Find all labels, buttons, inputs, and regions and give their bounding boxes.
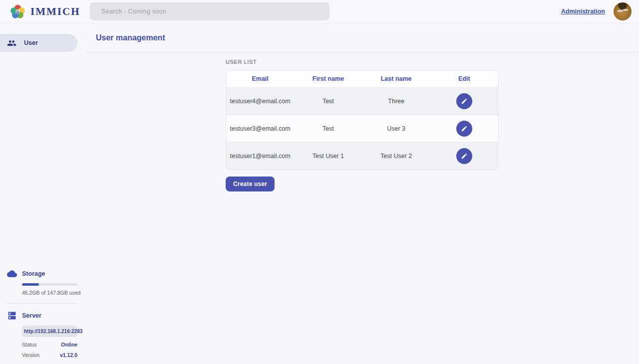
storage-progress-bar	[22, 283, 77, 286]
storage-usage-text: 45.2GB of 147.8GB used	[22, 290, 77, 296]
top-navbar: ✿ IMMICH Administration	[0, 0, 639, 23]
sidebar-divider	[7, 303, 77, 304]
edit-user-button[interactable]	[456, 121, 472, 137]
server-status-row: Status Online	[22, 342, 77, 348]
storage-title: Storage	[22, 270, 45, 277]
edit-user-button[interactable]	[456, 93, 472, 109]
server-version-row: Version v1.12.0	[22, 352, 77, 358]
user-list-label: USER LIST	[226, 59, 639, 65]
column-header-first-name: First name	[294, 75, 362, 82]
people-icon	[7, 38, 16, 48]
cell-last-name: Test User 2	[362, 153, 430, 160]
version-label: Version	[22, 352, 39, 358]
server-title: Server	[22, 312, 41, 319]
user-table-header: Email First name Last name Edit	[226, 70, 498, 87]
pencil-icon	[461, 125, 468, 132]
sidebar-item-label: User	[24, 39, 38, 46]
user-table-body: testuser4@email.com Test Three testuser3…	[226, 87, 498, 170]
admin-sidebar: User Storage 45.2GB of 147.8GB used	[0, 23, 85, 364]
app-title: IMMICH	[30, 5, 80, 18]
pencil-icon	[461, 153, 468, 160]
navbar-right: Administration	[561, 2, 639, 20]
svg-text:✿: ✿	[16, 9, 19, 14]
edit-user-button[interactable]	[456, 148, 472, 164]
sidebar-item-user[interactable]: User	[0, 34, 77, 52]
cell-last-name: User 3	[362, 125, 430, 132]
column-header-edit: Edit	[430, 75, 498, 82]
storage-progress-fill	[22, 283, 39, 286]
user-avatar[interactable]	[614, 2, 632, 20]
cell-email: testuser4@email.com	[226, 98, 294, 105]
immich-flower-icon: ✿	[9, 3, 26, 20]
status-label: Status	[22, 342, 37, 348]
storage-section-header: Storage	[7, 269, 77, 279]
main-content: User management USER LIST Email First na…	[85, 23, 639, 364]
pencil-icon	[461, 98, 468, 105]
cell-first-name: Test	[294, 125, 362, 132]
cell-last-name: Three	[362, 98, 430, 105]
column-header-email: Email	[226, 75, 294, 82]
cloud-icon	[7, 269, 17, 279]
table-row: testuser1@email.com Test User 1 Test Use…	[226, 142, 498, 170]
search-input[interactable]	[90, 2, 329, 20]
page-header: User management	[85, 23, 639, 53]
administration-link[interactable]: Administration	[561, 8, 605, 15]
create-user-button[interactable]: Create user	[226, 177, 275, 191]
app-brand[interactable]: ✿ IMMICH	[0, 3, 90, 20]
column-header-last-name: Last name	[362, 75, 430, 82]
table-row: testuser4@email.com Test Three	[226, 87, 498, 115]
cell-email: testuser1@email.com	[226, 153, 294, 160]
server-icon	[7, 311, 17, 321]
status-value: Online	[61, 342, 77, 348]
page-title: User management	[96, 33, 165, 42]
sidebar-status-panel: Storage 45.2GB of 147.8GB used Server	[0, 269, 85, 364]
version-value: v1.12.0	[60, 352, 77, 358]
server-url-badge: http://192.168.1.216:2283	[22, 326, 77, 337]
table-row: testuser3@email.com Test User 3	[226, 115, 498, 142]
cell-email: testuser3@email.com	[226, 125, 294, 132]
cell-first-name: Test	[294, 98, 362, 105]
server-section-header: Server	[7, 311, 77, 321]
user-table: Email First name Last name Edit testuser…	[226, 70, 499, 170]
cell-first-name: Test User 1	[294, 153, 362, 160]
